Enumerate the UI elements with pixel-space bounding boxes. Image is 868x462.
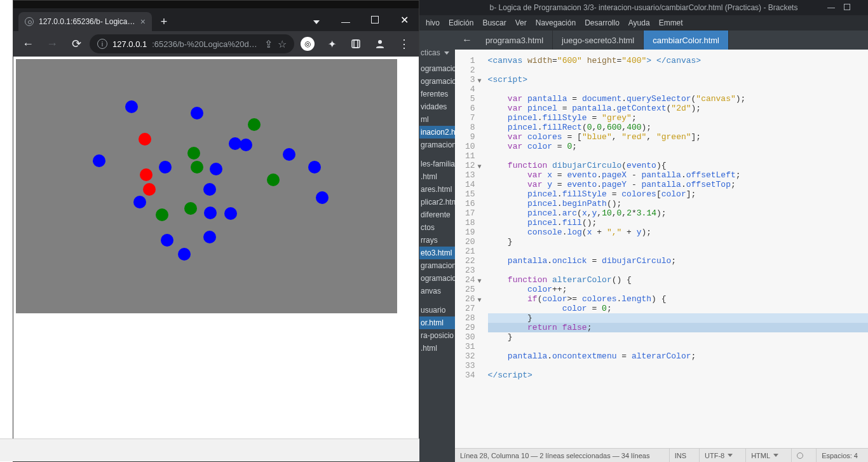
sidebar-file[interactable]: or.html [419, 316, 455, 329]
line-number[interactable]: 30 [465, 332, 475, 342]
fold-toggle-icon[interactable]: ▼ [478, 276, 482, 286]
line-number[interactable]: 28 [465, 313, 475, 323]
line-number[interactable]: 6 [465, 104, 475, 113]
line-number[interactable]: 29 [465, 323, 475, 332]
menu-item[interactable]: Ayuda [628, 18, 650, 27]
chrome-tab[interactable]: 127.0.0.1:65236/b- Logica de Pro × [18, 12, 152, 31]
line-number[interactable]: 1 [465, 56, 475, 65]
code-line[interactable] [488, 266, 868, 275]
line-number[interactable]: 12▼ [465, 161, 475, 170]
line-number[interactable]: 13 [465, 170, 475, 180]
line-number[interactable]: 33 [465, 361, 475, 370]
sidebar-file[interactable]: .html [419, 342, 455, 355]
info-icon[interactable]: i [97, 39, 107, 49]
canvas-area[interactable] [16, 59, 397, 313]
menu-item[interactable]: Buscar [482, 18, 506, 27]
sidebar-file[interactable]: ra-posicio [419, 329, 455, 342]
code-line[interactable]: var y = evento.pageY - pantalla.offsetTo… [488, 180, 868, 189]
line-number[interactable]: 19 [465, 228, 475, 237]
sidebar-file[interactable]: anvas [419, 285, 455, 297]
line-number[interactable]: 16 [465, 199, 475, 208]
code-line[interactable] [488, 342, 868, 351]
code-column[interactable]: <canvas width="600" height="400"> </canv… [480, 50, 868, 448]
maximize-button[interactable] [360, 8, 390, 31]
sidebar-file[interactable]: ogramacion [419, 62, 455, 75]
code-line[interactable]: } [488, 313, 868, 323]
code-line[interactable]: if(color>= colores.length) { [488, 294, 868, 304]
minimize-button[interactable] [827, 8, 835, 8]
code-line[interactable]: } [488, 332, 868, 342]
code-line[interactable]: pincel.beginPath(); [488, 199, 868, 208]
line-number[interactable]: 23 [465, 266, 475, 275]
forward-button[interactable]: → [41, 34, 63, 53]
bookmark-icon[interactable]: ☆ [278, 38, 287, 50]
brackets-sidebar[interactable]: cticas ogramacionogramacionferentesvidad… [419, 31, 455, 462]
code-line[interactable] [488, 85, 868, 94]
code-line[interactable] [488, 151, 868, 161]
status-language[interactable]: HTML [745, 449, 783, 462]
extension-button[interactable]: ◎ [297, 34, 318, 53]
code-line[interactable]: color = 0; [488, 304, 868, 313]
code-line[interactable]: } [488, 237, 868, 247]
code-line[interactable]: var colores = ["blue", "red", "green"]; [488, 132, 868, 142]
line-number[interactable]: 5 [465, 94, 475, 104]
line-number[interactable]: 18 [465, 218, 475, 228]
line-number[interactable]: 8 [465, 123, 475, 132]
sidebar-file[interactable]: ogramacion [419, 272, 455, 285]
sidebar-file[interactable]: les-familia [419, 158, 455, 170]
line-number[interactable]: 14 [465, 180, 475, 189]
line-number[interactable]: 7 [465, 113, 475, 123]
sidebar-file[interactable]: ctos [419, 221, 455, 234]
line-number[interactable]: 22 [465, 256, 475, 266]
extensions-button[interactable]: ✦ [321, 34, 342, 53]
code-line[interactable] [488, 361, 868, 370]
sidebar-file[interactable]: eto3.html [419, 247, 455, 259]
line-number[interactable]: 10 [465, 142, 475, 151]
code-line[interactable]: color++; [488, 285, 868, 294]
share-icon[interactable]: ⇪ [264, 38, 273, 50]
profile-button[interactable] [369, 34, 391, 53]
code-line[interactable]: <canvas width="600" height="400"> </canv… [488, 56, 868, 65]
code-line[interactable]: var pincel = pantalla.getContext("2d"); [488, 104, 868, 113]
sidebar-file[interactable]: .html [419, 170, 455, 183]
menu-item[interactable]: Desarrollo [585, 18, 620, 27]
minimize-button[interactable] [331, 8, 360, 31]
line-number[interactable]: 3▼ [465, 75, 475, 85]
code-area[interactable]: 123▼456789101112▼13141516171819202122232… [455, 50, 868, 448]
fold-toggle-icon[interactable]: ▼ [478, 76, 482, 86]
line-number[interactable]: 27 [465, 304, 475, 313]
line-number[interactable]: 2 [465, 65, 475, 75]
sidebar-file[interactable]: inacion2.h [419, 126, 455, 139]
status-encoding[interactable]: UTF-8 [699, 449, 738, 462]
line-number[interactable]: 25 [465, 285, 475, 294]
code-line[interactable]: var x = evento.pageX - pantalla.offsetLe… [488, 170, 868, 180]
window-close-button[interactable]: ✕ [390, 8, 419, 31]
code-line[interactable]: pantalla.onclick = dibujarCirculo; [488, 256, 868, 266]
reader-button[interactable] [345, 34, 367, 53]
menu-item[interactable]: hivo [426, 18, 440, 27]
line-number[interactable]: 11 [465, 151, 475, 161]
line-number[interactable]: 31 [465, 342, 475, 351]
line-number[interactable]: 9 [465, 132, 475, 142]
sidebar-file[interactable]: gramacion [419, 259, 455, 272]
code-line[interactable] [488, 247, 868, 256]
line-number[interactable]: 17 [465, 208, 475, 218]
sidebar-file[interactable]: ogramacion [419, 75, 455, 88]
sidebar-file[interactable]: usuario [419, 304, 455, 316]
line-number[interactable]: 20 [465, 237, 475, 247]
reload-button[interactable]: ⟳ [65, 34, 87, 53]
chrome-menu-button[interactable]: ⋮ [393, 34, 415, 53]
chevron-down-icon[interactable] [302, 8, 331, 31]
sidebar-file[interactable]: ares.html [419, 183, 455, 196]
sidebar-file[interactable]: plicar2.htm [419, 196, 455, 208]
menu-item[interactable]: Navegación [536, 18, 576, 27]
code-line[interactable]: var pantalla = document.querySelector("c… [488, 94, 868, 104]
sidebar-file[interactable]: ferentes [419, 88, 455, 100]
maximize-button[interactable] [844, 4, 850, 10]
line-number[interactable]: 15 [465, 189, 475, 199]
code-line[interactable] [488, 65, 868, 75]
status-spaces[interactable]: Espacios: 4 [816, 449, 863, 462]
code-line[interactable]: console.log(x + "," + y); [488, 228, 868, 237]
new-tab-button[interactable]: + [156, 13, 172, 30]
editor-tab[interactable]: cambiarColor.html [644, 31, 729, 50]
